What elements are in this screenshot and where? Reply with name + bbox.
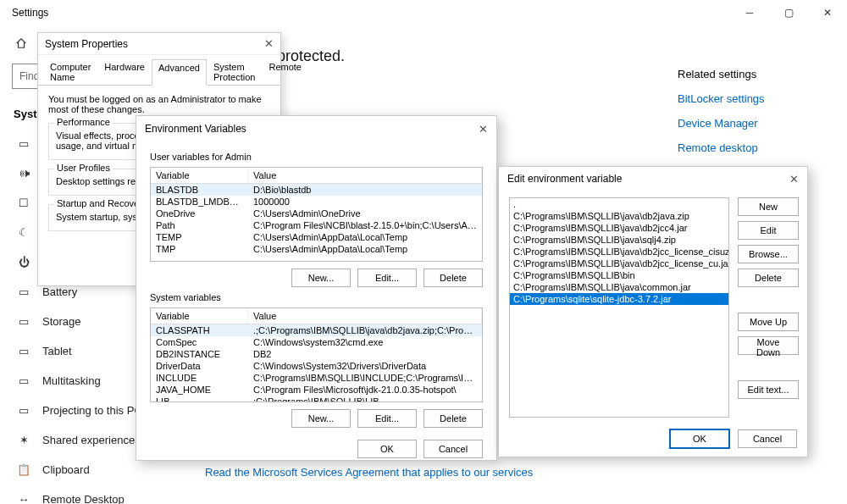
var-name: DB2INSTANCE xyxy=(151,348,248,360)
editvar-ok-button[interactable]: OK xyxy=(670,429,729,448)
user-edit-button[interactable]: Edit... xyxy=(357,269,417,287)
var-value: ;C:\Programs\IBM\SQLLIB\LIB xyxy=(248,396,482,402)
editvar-cancel-button[interactable]: Cancel xyxy=(738,429,797,448)
editvar-title: Edit environment variable xyxy=(507,173,622,185)
tab-advanced[interactable]: Advanced xyxy=(152,59,207,86)
var-name: BLASTDB_LMDB_MAP_SIZE xyxy=(151,196,248,208)
sidebar-item-remote-desktop[interactable]: ↔Remote Desktop xyxy=(12,485,186,504)
share-icon: ✶ xyxy=(17,434,30,446)
col-value[interactable]: Value xyxy=(248,308,482,324)
close-icon[interactable]: ✕ xyxy=(479,123,488,136)
moon-icon: ☾ xyxy=(17,226,30,239)
close-icon[interactable]: ✕ xyxy=(264,37,274,50)
var-value: DB2 xyxy=(248,348,482,360)
bell-icon: ☐ xyxy=(17,197,30,209)
table-row[interactable]: INCLUDEC:\Programs\IBM\SQLLIB\INCLUDE;C:… xyxy=(151,372,482,384)
envvars-cancel-button[interactable]: Cancel xyxy=(424,440,483,458)
table-row[interactable]: OneDriveC:\Users\Admin\OneDrive xyxy=(151,208,482,219)
sysprops-tabstrip: Computer NameHardwareAdvancedSystem Prot… xyxy=(38,55,280,86)
editvar-new-button[interactable]: New xyxy=(738,197,799,216)
tab-remote[interactable]: Remote xyxy=(262,58,308,85)
user-delete-button[interactable]: Delete xyxy=(424,269,483,287)
var-value: C:\Users\Admin\OneDrive xyxy=(248,208,482,219)
var-name: ComSpec xyxy=(151,336,248,348)
var-value: C:\Programs\IBM\SQLLIB\INCLUDE;C:\Progra… xyxy=(248,372,482,384)
editvar-edittext-button[interactable]: Edit text... xyxy=(738,380,799,399)
storage-icon: ▭ xyxy=(17,315,30,328)
var-name: LIB xyxy=(151,396,248,402)
editvar-moveup-button[interactable]: Move Up xyxy=(738,313,799,331)
path-list[interactable]: .C:\Programs\IBM\SQLLIB\java\db2java.zip… xyxy=(509,197,729,418)
related-link-device-manager[interactable]: Device Manager xyxy=(678,117,813,130)
envvars-ok-button[interactable]: OK xyxy=(357,440,417,458)
path-row[interactable]: C:\Programs\IBM\SQLLIB\java\sqlj4.zip xyxy=(510,234,728,246)
related-settings-head: Related settings xyxy=(678,68,813,80)
sys-edit-button[interactable]: Edit... xyxy=(357,409,417,428)
editvar-delete-button[interactable]: Delete xyxy=(738,269,799,287)
table-row[interactable]: DriverDataC:\Windows\System32\Drivers\Dr… xyxy=(151,360,482,372)
path-row[interactable]: C:\Programs\sqlite\sqlite-jdbc-3.7.2.jar xyxy=(510,293,728,305)
power-icon: ⏻ xyxy=(17,256,30,269)
envvars-titlebar: Environment Variables ✕ xyxy=(136,116,496,141)
var-value: C:\Users\Admin\AppData\Local\Temp xyxy=(248,231,482,243)
var-name: Path xyxy=(151,219,248,231)
clip-icon: 📋 xyxy=(17,463,30,476)
path-row[interactable]: C:\Programs\IBM\SQLLIB\java\common.jar xyxy=(510,281,728,293)
user-profiles-title: User Profiles xyxy=(54,163,113,173)
path-row[interactable]: C:\Programs\IBM\SQLLIB\bin xyxy=(510,269,728,281)
sysprops-title: System Properties xyxy=(45,38,128,50)
col-value[interactable]: Value xyxy=(248,168,482,183)
sound-icon: 🕪 xyxy=(17,167,30,180)
sys-new-button[interactable]: New... xyxy=(291,409,351,428)
table-row[interactable]: BLASTDBD:\Bio\blastdb xyxy=(151,184,482,196)
tablet-icon: ▭ xyxy=(17,345,30,357)
var-name: BLASTDB xyxy=(151,184,248,196)
var-name: OneDrive xyxy=(151,208,248,219)
editvar-edit-button[interactable]: Edit xyxy=(738,221,799,240)
related-link-remote-desktop[interactable]: Remote desktop xyxy=(678,141,813,154)
system-vars-table[interactable]: Variable Value CLASSPATH.;C:\Programs\IB… xyxy=(150,307,483,402)
close-button[interactable]: ✕ xyxy=(808,0,847,25)
sidebar-item-label: Storage xyxy=(42,315,81,328)
user-new-button[interactable]: New... xyxy=(291,269,351,287)
path-row[interactable]: . xyxy=(510,198,728,210)
table-row[interactable]: ComSpecC:\Windows\system32\cmd.exe xyxy=(151,336,482,348)
maximize-button[interactable]: ▢ xyxy=(769,0,808,25)
related-link-bitlocker-settings[interactable]: BitLocker settings xyxy=(678,92,813,105)
table-row[interactable]: TMPC:\Users\Admin\AppData\Local\Temp xyxy=(151,243,482,255)
sysprops-titlebar: System Properties ✕ xyxy=(38,33,280,55)
performance-title: Performance xyxy=(54,117,113,127)
user-vars-table[interactable]: Variable Value BLASTDBD:\Bio\blastdbBLAS… xyxy=(150,167,483,262)
path-row[interactable]: C:\Programs\IBM\SQLLIB\java\db2java.zip xyxy=(510,210,728,222)
battery-icon: ▭ xyxy=(17,285,30,298)
user-vars-label: User variables for Admin xyxy=(150,152,483,162)
col-variable[interactable]: Variable xyxy=(151,308,248,324)
close-icon[interactable]: ✕ xyxy=(789,173,799,186)
path-row[interactable]: C:\Programs\IBM\SQLLIB\java\db2jcc_licen… xyxy=(510,258,728,269)
table-row[interactable]: PathC:\Program Files\NCBI\blast-2.15.0+\… xyxy=(151,219,482,231)
path-row[interactable]: C:\Programs\IBM\SQLLIB\java\db2jcc4.jar xyxy=(510,222,728,234)
table-row[interactable]: CLASSPATH.;C:\Programs\IBM\SQLLIB\java\d… xyxy=(151,324,482,336)
sys-delete-button[interactable]: Delete xyxy=(424,409,483,428)
table-row[interactable]: TEMPC:\Users\Admin\AppData\Local\Temp xyxy=(151,231,482,243)
table-row[interactable]: DB2INSTANCEDB2 xyxy=(151,348,482,360)
sidebar-item-label: Tablet xyxy=(42,345,72,357)
table-row[interactable]: BLASTDB_LMDB_MAP_SIZE1000000 xyxy=(151,196,482,208)
var-value: C:\Program Files\Microsoft\jdk-21.0.0.35… xyxy=(248,384,482,396)
sidebar-item-label: Multitasking xyxy=(42,374,101,387)
editvar-movedown-button[interactable]: Move Down xyxy=(738,336,799,355)
path-row[interactable]: C:\Programs\IBM\SQLLIB\java\db2jcc_licen… xyxy=(510,246,728,258)
remote-icon: ↔ xyxy=(17,493,30,504)
var-value: .;C:\Programs\IBM\SQLLIB\java\db2java.zi… xyxy=(248,324,482,336)
project-icon: ▭ xyxy=(17,404,30,417)
col-variable[interactable]: Variable xyxy=(151,168,248,183)
minimize-button[interactable]: ─ xyxy=(730,0,769,25)
tab-hardware[interactable]: Hardware xyxy=(97,58,152,85)
editvar-browse-button[interactable]: Browse... xyxy=(738,245,799,263)
edit-env-var-dialog: Edit environment variable ✕ .C:\Programs… xyxy=(498,166,808,457)
table-row[interactable]: JAVA_HOMEC:\Program Files\Microsoft\jdk-… xyxy=(151,384,482,396)
tab-system-protection[interactable]: System Protection xyxy=(207,58,263,85)
table-row[interactable]: LIB;C:\Programs\IBM\SQLLIB\LIB xyxy=(151,396,482,402)
window-buttons: ─ ▢ ✕ xyxy=(730,0,847,25)
tab-computer-name[interactable]: Computer Name xyxy=(43,58,97,85)
